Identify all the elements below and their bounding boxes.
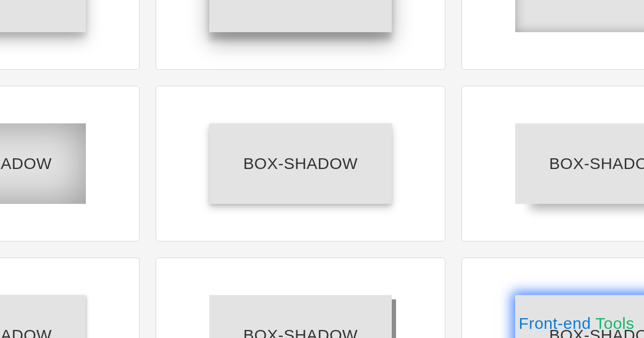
- shadow-sample-box: BOX-SHADOW: [209, 0, 392, 32]
- shadow-card[interactable]: BOX-SHADOW: [462, 86, 644, 241]
- shadow-card[interactable]: BOX-SHADOW: [462, 0, 644, 70]
- watermark-text-1: Front-end: [519, 314, 596, 332]
- shadow-sample-label: BOX-SHADOW: [549, 0, 644, 1]
- shadow-sample-label: BOX-SHADOW: [0, 326, 52, 338]
- shadow-card[interactable]: BOX-SHADOW: [156, 0, 445, 70]
- watermark-text-2: Tools: [595, 314, 634, 332]
- shadow-examples-grid: BOX-SHADOW BOX-SHADOW BOX-SHADOW BOX-SHA…: [0, 0, 644, 338]
- shadow-card[interactable]: BOX-SHADOW: [0, 0, 140, 70]
- shadow-card[interactable]: BOX-SHADOW: [0, 258, 140, 338]
- shadow-sample-label: BOX-SHADOW: [243, 155, 357, 173]
- shadow-card[interactable]: BOX-SHADOW: [156, 86, 445, 241]
- watermark: Front-end Tools: [519, 314, 634, 333]
- shadow-sample-box: BOX-SHADOW: [209, 295, 392, 338]
- shadow-card[interactable]: BOX-SHADOW: [156, 258, 445, 338]
- shadow-sample-label: BOX-SHADOW: [243, 326, 357, 338]
- shadow-sample-box: BOX-SHADOW: [0, 295, 86, 338]
- shadow-sample-box: BOX-SHADOW: [515, 123, 644, 204]
- shadow-sample-box: BOX-SHADOW: [0, 0, 86, 32]
- shadow-sample-label: BOX-SHADOW: [0, 0, 52, 1]
- shadow-sample-label: BOX-SHADOW: [243, 0, 357, 1]
- shadow-sample-label: BOX-SHADOW: [549, 155, 644, 173]
- shadow-sample-box: BOX-SHADOW: [0, 123, 86, 204]
- shadow-card[interactable]: BOX-SHADOW: [0, 86, 140, 241]
- shadow-sample-label: BOX-SHADOW: [0, 155, 52, 173]
- shadow-sample-box: BOX-SHADOW: [209, 123, 392, 204]
- shadow-sample-box: BOX-SHADOW: [515, 0, 644, 32]
